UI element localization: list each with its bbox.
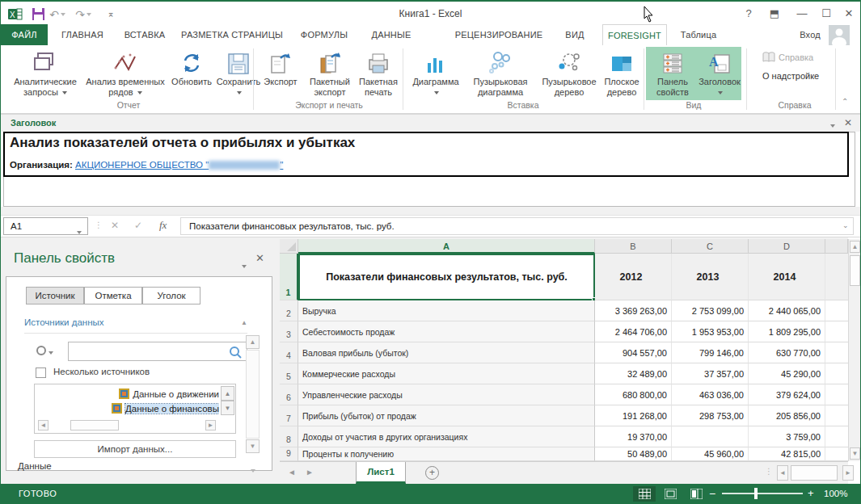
cell-value[interactable]: 45 290,00 [749, 363, 825, 384]
cell-value[interactable]: 3 369 263,00 [595, 300, 672, 321]
hscroll-right-icon[interactable]: ► [842, 465, 854, 481]
list-item-selected[interactable]: Данные о финансовы [35, 401, 219, 415]
cell-value[interactable]: 379 624,00 [749, 384, 825, 405]
move-down-icon[interactable]: ▼ [221, 401, 234, 415]
normal-view-icon[interactable] [633, 486, 656, 502]
cell-value[interactable]: 42 815,00 [749, 447, 825, 461]
row-header[interactable]: 7 [280, 405, 298, 426]
cell-empty[interactable] [825, 384, 848, 405]
insert-function-icon[interactable]: fx [159, 219, 167, 232]
avatar[interactable] [829, 25, 850, 45]
list-hscrollbar[interactable]: ◄ ► [38, 420, 216, 430]
tab-corner[interactable]: Уголок [142, 287, 200, 304]
cell-empty[interactable] [825, 447, 848, 461]
refresh-button[interactable]: Обновить [169, 47, 214, 87]
cell-value[interactable]: 799 146,00 [672, 342, 749, 363]
collapse-ribbon-icon[interactable]: ⌃ [842, 97, 848, 106]
bubble-tree-button[interactable]: Пузырьковое дерево [538, 47, 601, 98]
cell-value[interactable]: 463 036,00 [672, 384, 749, 405]
section-collapse-icon[interactable]: ▲ [241, 319, 247, 326]
maximize-icon[interactable]: ☐ [816, 6, 837, 21]
list-item[interactable]: Данные о движении [35, 386, 219, 401]
cell-value[interactable]: 1 809 295,00 [749, 321, 825, 342]
help-icon[interactable]: ? [738, 6, 759, 21]
column-header-b[interactable]: B [595, 239, 672, 254]
cell-label[interactable]: Доходы от участия в других организациях [298, 426, 595, 447]
row-header[interactable]: 9 [280, 447, 298, 461]
tab-splitter[interactable]: ⋮ [765, 467, 773, 476]
expand-formula-bar-icon[interactable]: ⌄ [842, 221, 849, 229]
name-box[interactable]: A1 [3, 217, 88, 235]
cell-value[interactable]: 45 960,00 [672, 447, 749, 461]
scroll-down-icon[interactable]: ▼ [246, 439, 260, 453]
cell-empty[interactable] [825, 426, 848, 447]
about-addin-button[interactable]: О надстройке [762, 71, 819, 81]
cell-label[interactable]: Управленческие расходы [298, 384, 595, 405]
data-section-header[interactable]: Данные [18, 461, 260, 471]
formula-input[interactable]: Показатели финансовых результатов, тыс. … [180, 217, 854, 235]
tab-review[interactable]: РЕЦЕНЗИРОВАНИЕ [449, 24, 548, 45]
grid-vscrollbar[interactable]: ▲ ▼ [848, 239, 860, 461]
bubble-chart-button[interactable]: Пузырьковая диаграмма [463, 47, 538, 98]
tab-foresight[interactable]: FORESIGHT [602, 24, 667, 45]
tab-view[interactable]: ВИД [557, 24, 593, 45]
cell-value[interactable]: 1 953 953,00 [672, 321, 749, 342]
cell-value[interactable]: 3 759,00 [749, 426, 825, 447]
row-header[interactable]: 2 [280, 300, 298, 321]
source-settings-icon[interactable] [36, 345, 53, 359]
zoom-out-icon[interactable]: − [709, 487, 715, 500]
header-toggle-button[interactable]: A Заголовок [698, 47, 741, 98]
column-header-partial[interactable] [825, 239, 848, 254]
zoom-level[interactable]: 100% [824, 489, 847, 498]
row-header[interactable]: 5 [280, 363, 298, 384]
cell-value[interactable]: 205 856,00 [749, 405, 825, 426]
cell-value[interactable]: 630 770,00 [749, 342, 825, 363]
close-header-panel-icon[interactable]: ✕ [844, 117, 852, 128]
cell-a1-selected[interactable]: Показатели финансовых результатов, тыс. … [298, 254, 595, 300]
scroll-up-icon[interactable]: ▲ [246, 335, 260, 349]
cell-value[interactable]: 191 268,00 [595, 405, 672, 426]
cell-value[interactable]: 19 370,00 [595, 426, 672, 447]
ribbon-display-options-icon[interactable]: ⬒ [764, 6, 785, 21]
tab-insert[interactable]: ВСТАВКА [117, 24, 172, 45]
cell-empty[interactable] [825, 363, 848, 384]
report-header-block[interactable]: Анализ показателей отчета о прибылях и у… [3, 132, 849, 177]
zoom-in-icon[interactable]: + [808, 487, 814, 499]
sheet-nav-right-icon[interactable]: ► [306, 468, 314, 477]
cell-label[interactable]: Себестоимость продаж [298, 321, 595, 342]
page-layout-view-icon[interactable] [659, 486, 682, 502]
tab-table[interactable]: Таблица [675, 24, 722, 45]
row-header[interactable]: 6 [280, 384, 298, 405]
cell-d1[interactable]: 2014 [749, 254, 825, 300]
chart-button[interactable]: Диаграмма [408, 47, 463, 98]
row-header[interactable]: 4 [280, 342, 298, 363]
sign-in-link[interactable]: Вход [795, 24, 825, 45]
minimize-icon[interactable]: — [791, 6, 812, 21]
cell-label[interactable]: Валовая прибыль (убыток) [298, 342, 595, 363]
hscroll-left-icon[interactable]: ◄ [777, 465, 788, 481]
cell-empty[interactable] [825, 300, 848, 321]
time-series-analysis-button[interactable]: Анализ временных рядов [83, 47, 167, 98]
source-search-input[interactable] [68, 342, 247, 361]
cell-label[interactable]: Выручка [298, 300, 595, 321]
tab-home[interactable]: ГЛАВНАЯ [54, 24, 111, 45]
grid-hscrollbar-thumb[interactable] [791, 465, 838, 481]
cell-label[interactable]: Проценты к получению [298, 447, 595, 461]
cell-value[interactable]: 680 800,00 [595, 384, 672, 405]
tab-formulas[interactable]: ФОРМУЛЫ [292, 24, 357, 45]
cell-value[interactable]: 904 557,00 [595, 342, 672, 363]
cell-value[interactable]: 2 464 706,00 [595, 321, 672, 342]
sheet-nav-left-icon[interactable]: ◄ [288, 468, 296, 477]
cell-value[interactable]: 2 440 065,00 [749, 300, 825, 321]
cell-empty[interactable] [825, 342, 848, 363]
cell-value[interactable]: 298 753,00 [672, 405, 749, 426]
row-header[interactable]: 3 [280, 321, 298, 342]
sheet-tab-active[interactable]: Лист1 [356, 462, 406, 484]
org-link[interactable]: АКЦИОНЕРНОЕ ОБЩЕСТВО "" [75, 160, 283, 170]
export-button[interactable]: Экспорт [258, 47, 303, 87]
move-up-icon[interactable]: ▲ [221, 386, 234, 401]
column-header-c[interactable]: C [672, 239, 749, 254]
tab-data[interactable]: ДАННЫЕ [363, 24, 420, 45]
new-sheet-icon[interactable]: + [425, 466, 439, 480]
cell-value[interactable]: 32 489,00 [595, 363, 672, 384]
